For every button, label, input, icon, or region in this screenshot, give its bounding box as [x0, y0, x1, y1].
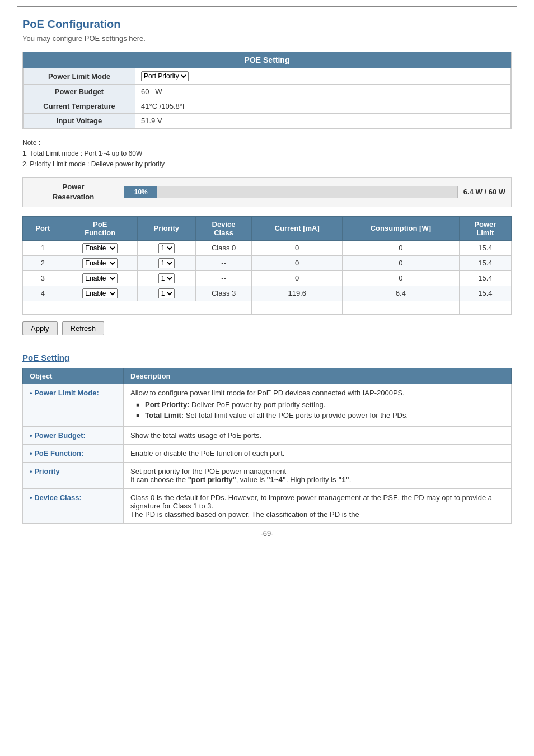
poe-value-current-temp: 41°C /105.8°F: [135, 99, 511, 114]
port-1-current: 0: [252, 240, 343, 255]
port-table-container: Port PoEFunction Priority DeviceClass Cu…: [22, 216, 512, 315]
desc-list-item: Total Limit: Set total limit value of al…: [136, 411, 504, 419]
port-4-function[interactable]: Enable Disable: [63, 286, 137, 301]
desc-desc-poe-function: Enable or disable the PoE function of ea…: [124, 444, 512, 462]
port-1-priority[interactable]: 1234: [137, 240, 195, 255]
poe-setting-section: POE Setting Power Limit Mode Port Priori…: [22, 52, 512, 129]
port-2-device-class: --: [195, 255, 251, 270]
port-table: Port PoEFunction Priority DeviceClass Cu…: [22, 216, 512, 315]
port-2-consumption: 0: [343, 255, 460, 270]
port-4-consumption: 6.4: [343, 286, 460, 301]
port-2-priority[interactable]: 1234: [137, 255, 195, 270]
desc-section-title: PoE Setting: [22, 353, 512, 362]
desc-desc-power-budget: Show the total watts usage of PoE ports.: [124, 426, 512, 444]
poe-setting-header: POE Setting: [23, 52, 511, 68]
total-row: Total 119.6 6.4: [23, 301, 512, 314]
poe-row-input-voltage: Input Voltage 51.9 V: [24, 114, 511, 128]
col-power-limit: PowerLimit: [459, 216, 511, 240]
desc-line2-dc: The PD is classified based on power. The…: [130, 510, 504, 519]
poe-value-input-voltage: 51.9 V: [135, 114, 511, 128]
progress-bar-outer: 10%: [124, 186, 458, 198]
progress-bar-inner: 10%: [124, 186, 157, 198]
port-3-function[interactable]: Enable Disable: [63, 270, 137, 286]
table-row: 3 Enable Disable 1234 -- 0 0: [23, 270, 512, 286]
poe-label-input-voltage: Input Voltage: [24, 114, 135, 128]
port-3-current: 0: [252, 270, 343, 286]
refresh-button[interactable]: Refresh: [62, 321, 105, 335]
port-1-power-limit: 15.4: [459, 240, 511, 255]
power-limit-mode-select[interactable]: Port Priority Total Limit: [141, 71, 189, 81]
desc-object-poe-function: • PoE Function:: [23, 444, 124, 462]
apply-button[interactable]: Apply: [22, 321, 58, 335]
progress-bar-percent: 10%: [134, 188, 148, 196]
port-3-function-select[interactable]: Enable Disable: [82, 273, 118, 283]
poe-label-power-limit-mode: Power Limit Mode: [24, 68, 135, 85]
port-1-function[interactable]: Enable Disable: [63, 240, 137, 255]
port-1-function-select[interactable]: Enable Disable: [82, 243, 118, 253]
total-consumption: 6.4: [343, 301, 460, 314]
port-4-function-select[interactable]: Enable Disable: [82, 288, 118, 298]
port-4-priority[interactable]: 1234: [137, 286, 195, 301]
port-3-priority-select[interactable]: 1234: [158, 273, 175, 283]
desc-desc-device-class: Class 0 is the default for PDs. However,…: [124, 488, 512, 523]
port-1-priority-select[interactable]: 1234: [158, 243, 175, 253]
note-section: Note : 1. Total Limit mode : Port 1~4 up…: [22, 138, 512, 170]
desc-table: Object Description • Power Limit Mode: A…: [22, 368, 512, 524]
desc-object-device-class: • Device Class:: [23, 488, 124, 523]
port-3-priority[interactable]: 1234: [137, 270, 195, 286]
desc-row-device-class: • Device Class: Class 0 is the default f…: [23, 488, 512, 523]
desc-row-power-budget: • Power Budget: Show the total watts usa…: [23, 426, 512, 444]
bottom-section-divider: [22, 347, 512, 347]
port-3-consumption: 0: [343, 270, 460, 286]
port-1-device-class: Class 0: [195, 240, 251, 255]
port-num-1: 1: [23, 240, 63, 255]
port-table-header-row: Port PoEFunction Priority DeviceClass Cu…: [23, 216, 512, 240]
desc-header-row: Object Description: [23, 368, 512, 384]
table-row: 4 Enable Disable 1234 Class 3 119.6: [23, 286, 512, 301]
desc-row-priority: • Priority Set port priority for the POE…: [23, 462, 512, 488]
table-row: 2 Enable Disable 1234 -- 0 0: [23, 255, 512, 270]
page-subtitle: You may configure POE settings here.: [22, 34, 512, 43]
note-line1: 1. Total Limit mode : Port 1~4 up to 60W: [22, 150, 142, 157]
desc-intro-plm: Allow to configure power limit mode for …: [130, 389, 504, 397]
desc-object-power-limit-mode: • Power Limit Mode:: [23, 384, 124, 426]
port-num-2: 2: [23, 255, 63, 270]
desc-object-power-budget: • Power Budget:: [23, 426, 124, 444]
col-priority: Priority: [137, 216, 195, 240]
col-poe-function: PoEFunction: [63, 216, 137, 240]
page-title: PoE Configuration: [22, 18, 512, 31]
desc-object-priority: • Priority: [23, 462, 124, 488]
col-port: Port: [23, 216, 63, 240]
power-reservation-value: 6.4 W / 60 W: [463, 188, 505, 196]
port-2-power-limit: 15.4: [459, 255, 511, 270]
port-3-device-class: --: [195, 270, 251, 286]
col-device-class: DeviceClass: [195, 216, 251, 240]
poe-label-current-temp: Current Temperature: [24, 99, 135, 114]
button-row: Apply Refresh: [22, 321, 512, 335]
table-row: 1 Enable Disable 1234 Class 0 0: [23, 240, 512, 255]
port-4-priority-select[interactable]: 1234: [158, 288, 175, 298]
desc-col-description: Description: [124, 368, 512, 384]
port-4-power-limit: 15.4: [459, 286, 511, 301]
desc-line2-priority: It can choose the "port priority", value…: [130, 475, 504, 484]
desc-row-poe-function: • PoE Function: Enable or disable the Po…: [23, 444, 512, 462]
desc-intro-priority: Set port priority for the POE power mana…: [130, 467, 504, 475]
total-current: 119.6: [252, 301, 343, 314]
port-2-priority-select[interactable]: 1234: [158, 258, 175, 268]
desc-list-item: Port Priority: Deliver PoE power by port…: [136, 400, 504, 409]
power-reservation-label: PowerReservation: [29, 182, 118, 202]
desc-col-object: Object: [23, 368, 124, 384]
poe-setting-table: Power Limit Mode Port Priority Total Lim…: [23, 68, 511, 128]
port-2-function[interactable]: Enable Disable: [63, 255, 137, 270]
port-2-function-select[interactable]: Enable Disable: [82, 258, 118, 268]
poe-row-power-limit-mode: Power Limit Mode Port Priority Total Lim…: [24, 68, 511, 85]
desc-intro-dc: Class 0 is the default for PDs. However,…: [130, 493, 504, 510]
col-current: Current [mA]: [252, 216, 343, 240]
desc-desc-priority: Set port priority for the POE power mana…: [124, 462, 512, 488]
port-num-3: 3: [23, 270, 63, 286]
poe-value-power-limit-mode[interactable]: Port Priority Total Limit: [135, 68, 511, 85]
power-reservation-container: PowerReservation 10% 6.4 W / 60 W: [22, 177, 512, 207]
total-label: Total: [23, 301, 252, 314]
port-1-consumption: 0: [343, 240, 460, 255]
port-3-power-limit: 15.4: [459, 270, 511, 286]
